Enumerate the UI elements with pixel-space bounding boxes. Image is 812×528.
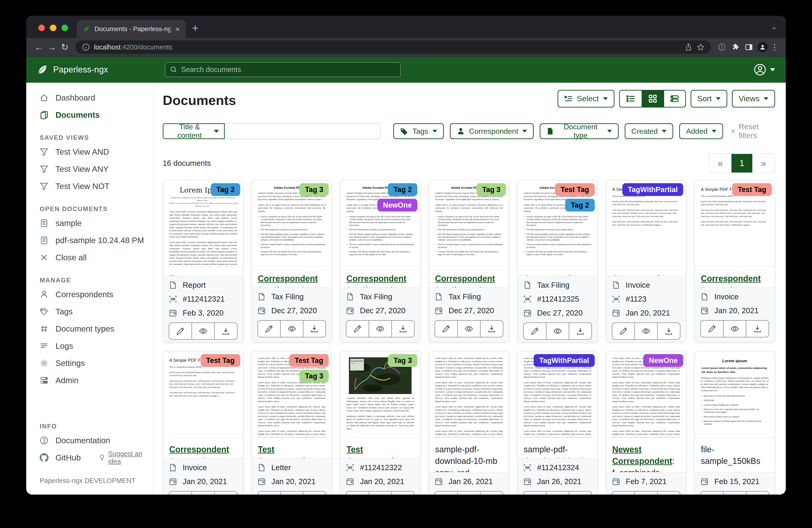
- download-button[interactable]: [657, 491, 680, 495]
- edit-button[interactable]: [435, 320, 457, 337]
- download-button[interactable]: [480, 320, 503, 337]
- document-type-link[interactable]: Tax Filing: [346, 292, 415, 301]
- edit-button[interactable]: [169, 491, 191, 495]
- tag-badge[interactable]: Test Tag: [201, 354, 240, 367]
- browser-tab[interactable]: Documents - Paperless-ngx ×: [77, 20, 186, 38]
- edit-button[interactable]: [435, 491, 457, 495]
- correspondent-link[interactable]: Correspondent 2: [524, 274, 583, 276]
- document-card[interactable]: Lorem ipsum dolor sit amet, consectetur …: [517, 351, 598, 495]
- preview-button[interactable]: [191, 323, 214, 339]
- tag-badge[interactable]: Tag 3: [388, 354, 417, 367]
- document-preview[interactable]: Adobe Acrobat PDF FilesAdobe® Portable D…: [340, 181, 420, 267]
- search-input[interactable]: [181, 66, 395, 74]
- download-button[interactable]: [569, 491, 592, 495]
- tag-badge[interactable]: Test Tag: [555, 183, 595, 196]
- views-button[interactable]: Views: [732, 90, 775, 108]
- preview-button[interactable]: [546, 323, 569, 339]
- document-type-link[interactable]: Invoice: [612, 281, 681, 289]
- preview-button[interactable]: [635, 323, 657, 339]
- document-preview[interactable]: A Simple PDF FileThis is a small demonst…: [606, 181, 686, 267]
- reload-button[interactable]: ↻: [58, 42, 71, 52]
- global-search[interactable]: [165, 62, 401, 77]
- document-card[interactable]: Adobe Acrobat PDF FilesAdobe® Portable D…: [429, 180, 509, 342]
- correspondent-link[interactable]: Newest Correspondent: [612, 445, 672, 466]
- title-content-input[interactable]: [225, 123, 381, 139]
- sidebar-item-sample[interactable]: sample: [26, 215, 153, 232]
- sidebar-item-documents[interactable]: Documents: [26, 106, 153, 124]
- sidebar-item-logs[interactable]: Logs: [26, 337, 153, 355]
- document-card[interactable]: Lorem Ipsum"Neque porro quisquam est qui…: [163, 180, 244, 342]
- preview-button[interactable]: [280, 320, 303, 337]
- tag-badge[interactable]: Test Tag: [289, 354, 329, 367]
- preview-button[interactable]: [546, 491, 569, 495]
- sidebar-item-close-all[interactable]: Close all: [26, 249, 153, 266]
- sidebar-item-document-types[interactable]: Document types: [26, 320, 153, 337]
- edit-button[interactable]: [524, 491, 546, 495]
- sidebar-item-documentation[interactable]: Documentation: [26, 432, 153, 449]
- download-button[interactable]: [391, 320, 414, 337]
- preview-button[interactable]: [191, 491, 214, 495]
- preview-button[interactable]: [280, 491, 303, 495]
- url-bar[interactable]: localhost:4200/documents: [75, 40, 711, 54]
- document-type-link[interactable]: Invoice: [169, 463, 237, 472]
- grid-view-toggle[interactable]: [642, 90, 664, 107]
- preview-button[interactable]: [368, 320, 391, 337]
- maximize-window-button[interactable]: [61, 25, 68, 31]
- document-type-link[interactable]: Tax Filing: [435, 292, 503, 301]
- sidebar-item-test-view-and[interactable]: Test View AND: [26, 143, 153, 160]
- back-button[interactable]: ←: [32, 42, 45, 52]
- edit-button[interactable]: [346, 491, 368, 495]
- document-preview[interactable]: Lorem ipsum dolor sit amet, consectetur …: [606, 351, 686, 438]
- extensions-puzzle-icon[interactable]: [729, 42, 742, 52]
- tab-close-icon[interactable]: ×: [175, 25, 180, 33]
- document-preview[interactable]: Lorem ipsumLorem ipsum dolor sit amet, c…: [695, 351, 774, 438]
- list-view-toggle[interactable]: [620, 90, 642, 107]
- next-page-button[interactable]: »: [752, 154, 774, 172]
- preview-button[interactable]: [723, 320, 746, 337]
- document-preview[interactable]: Lorem ipsum dolor sit amet, consectetur …: [252, 351, 332, 438]
- edit-button[interactable]: [169, 323, 191, 339]
- download-button[interactable]: [746, 320, 769, 337]
- correspondent-link[interactable]: Test Correspondent: [258, 445, 318, 458]
- side-panel-icon[interactable]: [742, 42, 756, 52]
- download-button[interactable]: [391, 491, 414, 495]
- sidebar-item-admin[interactable]: Admin: [26, 372, 153, 389]
- document-card[interactable]: Lorem ipsum dolor sit amet, consectetur …: [606, 351, 687, 495]
- document-preview[interactable]: A Simple PDF FileThis is a small demonst…: [695, 181, 774, 267]
- tag-badge[interactable]: Tag 2: [565, 199, 595, 212]
- document-type-filter-button[interactable]: Document type: [540, 123, 619, 139]
- download-button[interactable]: [303, 491, 326, 495]
- edit-button[interactable]: [258, 491, 280, 495]
- created-filter-button[interactable]: Created: [625, 123, 673, 139]
- document-card[interactable]: A Simple PDF FileThis is a small demonst…: [606, 180, 687, 342]
- preview-button[interactable]: [723, 491, 746, 495]
- document-type-link[interactable]: Letter: [258, 463, 326, 472]
- previous-page-button[interactable]: «: [709, 154, 731, 172]
- preview-button[interactable]: [368, 491, 391, 495]
- document-preview[interactable]: Lorem ipsum dolor sit amet, consectetur …: [429, 351, 509, 438]
- tag-badge[interactable]: TagWithPartial: [534, 354, 594, 367]
- sidebar-item-pdf-sample-10-24-48-pm[interactable]: pdf-sample 10.24.48 PM: [26, 232, 153, 249]
- sidebar-item-dashboard[interactable]: Dashboard: [26, 89, 153, 106]
- sidebar-item-correspondents[interactable]: Correspondents: [26, 286, 153, 303]
- added-filter-button[interactable]: Added: [679, 123, 723, 139]
- share-icon[interactable]: [684, 43, 693, 51]
- document-type-link[interactable]: Tax Filing: [258, 292, 326, 301]
- browser-profile-avatar[interactable]: [757, 42, 768, 52]
- tag-badge[interactable]: NewOne: [377, 199, 417, 212]
- document-card[interactable]: A Simple PDF FileThis is a small demonst…: [163, 351, 244, 495]
- document-type-link[interactable]: Tax Filing: [523, 281, 592, 289]
- tag-badge[interactable]: Tag 3: [477, 183, 506, 196]
- app-logo[interactable]: Paperless-ngx: [37, 64, 108, 75]
- document-preview[interactable]: Boundary Waters TripLegendCurabitur bibe…: [340, 351, 420, 438]
- minimize-window-button[interactable]: [50, 25, 56, 31]
- document-card[interactable]: Adobe Acrobat PDF FilesAdobe® Portable D…: [340, 180, 421, 342]
- sidebar-item-tags[interactable]: Tags: [26, 303, 153, 320]
- tab-search-chevron-icon[interactable]: ⌄: [771, 22, 778, 31]
- tag-badge[interactable]: Tag 2: [388, 183, 417, 196]
- edit-button[interactable]: [612, 491, 635, 495]
- preview-button[interactable]: [457, 320, 480, 337]
- edit-button[interactable]: [612, 323, 635, 339]
- tag-badge[interactable]: Tag 3: [300, 370, 329, 382]
- document-type-link[interactable]: Invoice: [700, 292, 769, 301]
